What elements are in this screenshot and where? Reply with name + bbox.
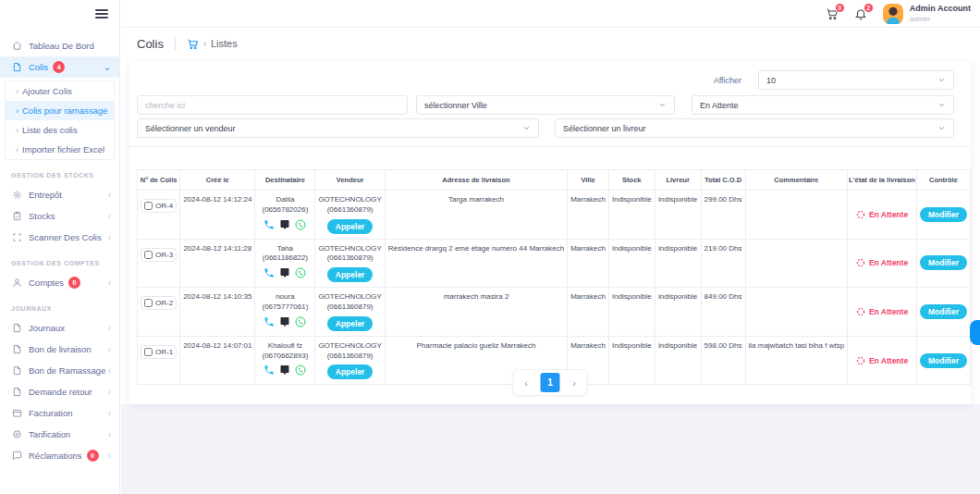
- destinataire-phone: (0670662893): [258, 352, 312, 362]
- spinner-icon: [856, 258, 865, 267]
- created-date: 2024-08-12 14:11:28: [183, 244, 251, 253]
- chevron-left-icon: ‹: [108, 388, 111, 397]
- cell-created: 2024-08-12 14:12:24: [180, 191, 255, 240]
- sidebar-item-ajouter-colis[interactable]: › Ajouter Colis: [6, 81, 114, 101]
- spinner-icon: [856, 356, 865, 365]
- sidebar-item-reclamations[interactable]: Réclamations 0 ‹: [0, 445, 119, 466]
- chevron-down-icon: [522, 124, 531, 132]
- phone-icon[interactable]: [263, 316, 275, 327]
- sidebar-item-stocks[interactable]: Stocks ‹: [0, 205, 119, 227]
- menu-toggle-icon[interactable]: [95, 7, 108, 20]
- pagination-page-1[interactable]: 1: [541, 373, 560, 392]
- avatar[interactable]: [883, 4, 903, 24]
- modifier-button[interactable]: Modifier: [920, 304, 967, 319]
- spinner-icon: [856, 210, 865, 219]
- sidebar-item-bon-de-livraison[interactable]: Bon de livraison ‹: [0, 339, 119, 360]
- row-checkbox[interactable]: [144, 299, 153, 307]
- adresse: Pharmacie palacio gueliz Marrakech: [417, 341, 536, 350]
- sms-icon[interactable]: [279, 219, 290, 230]
- phone-icon[interactable]: [263, 267, 275, 278]
- user-info[interactable]: Admin Account admin: [910, 4, 971, 23]
- cell-livreur: indisponible: [655, 288, 701, 337]
- livreur-select[interactable]: Sélectionner un livreur: [555, 118, 954, 138]
- cell-commentaire: ila majwbatch tasi biha f wtsp: [745, 336, 848, 385]
- sidebar-item-facturation[interactable]: Facturation ‹: [0, 402, 119, 424]
- sidebar-item-demande-retour[interactable]: Demande retour ‹: [0, 381, 119, 402]
- sidebar-item-liste-des-colis[interactable]: › Liste des colis: [6, 120, 114, 140]
- sidebar-item-bon-de-ramassage[interactable]: Bon de Ramassage ‹: [0, 360, 119, 381]
- row-checkbox[interactable]: [144, 202, 153, 210]
- modifier-button[interactable]: Modifier: [920, 353, 967, 368]
- colis-count-badge: 4: [53, 61, 65, 73]
- stock-status: Indisponible: [612, 292, 652, 301]
- cell-livreur: indisponible: [655, 239, 701, 288]
- per-page-select[interactable]: 10: [758, 70, 954, 90]
- sidebar-item-comptes[interactable]: Comptes 0 ‹: [0, 272, 119, 293]
- vendeur-name: GOTECHNOLOGY: [318, 244, 381, 254]
- sms-icon[interactable]: [279, 364, 290, 376]
- search-input[interactable]: [137, 95, 408, 115]
- sidebar-item-tableau-de-bord[interactable]: Tableau De Bord: [0, 35, 119, 56]
- topbar: 0 2 Admin Account admin: [121, 0, 980, 28]
- whatsapp-icon[interactable]: [295, 267, 306, 278]
- sidebar-item-label: Comptes: [29, 278, 64, 288]
- phone-icon[interactable]: [263, 219, 275, 230]
- whatsapp-icon[interactable]: [295, 219, 306, 230]
- sidebar-item-colis[interactable]: Colis 4 ⌄: [0, 56, 119, 78]
- status-select[interactable]: En Attente: [692, 95, 954, 115]
- sms-icon[interactable]: [279, 267, 290, 278]
- colis-id: OR-4: [155, 202, 173, 210]
- cart-icon[interactable]: 0: [826, 7, 839, 20]
- col-header-etat: L'état de la livraison: [848, 170, 917, 191]
- row-select-box[interactable]: OR-4: [141, 199, 177, 213]
- vendeur-select-value: Sélectionner un vendeur: [145, 124, 236, 133]
- ville: Marrakech: [570, 195, 606, 204]
- destinataire-phone: (0661186822): [258, 253, 312, 264]
- whatsapp-icon[interactable]: [295, 364, 306, 376]
- cell-id: OR-3: [138, 239, 180, 288]
- sms-icon[interactable]: [279, 316, 290, 327]
- file-icon: [12, 387, 22, 397]
- row-select-box[interactable]: OR-3: [141, 248, 177, 262]
- phone-icon[interactable]: [263, 364, 275, 376]
- vendeur-phone: (0661360879): [318, 303, 381, 313]
- whatsapp-icon[interactable]: [295, 316, 306, 327]
- modifier-button[interactable]: Modifier: [920, 207, 967, 222]
- sidebar-item-scanner-des-colis[interactable]: Scanner Des Colis ‹: [0, 227, 119, 248]
- commentaire: ila majwbatch tasi biha f wtsp: [749, 341, 845, 350]
- cell-destinataire: Khaloufi fz (0670662893): [255, 336, 315, 385]
- chevron-down-icon: [658, 101, 667, 109]
- row-checkbox[interactable]: [144, 251, 153, 259]
- row-select-box[interactable]: OR-2: [141, 296, 177, 310]
- cell-stock: Indisponible: [608, 239, 655, 288]
- cell-stock: Indisponible: [608, 336, 655, 385]
- appeler-button[interactable]: Appeler: [327, 267, 374, 282]
- appeler-button[interactable]: Appeler: [327, 316, 374, 331]
- destinataire-phone: (0675777061): [258, 303, 312, 313]
- clipboard-icon: [12, 211, 22, 221]
- pagination-next-button[interactable]: ›: [565, 373, 584, 392]
- appeler-button[interactable]: Appeler: [327, 364, 374, 379]
- livreur-status: indisponible: [658, 195, 697, 204]
- row-select-box[interactable]: OR-1: [141, 345, 177, 359]
- appeler-button[interactable]: Appeler: [327, 219, 374, 234]
- sidebar-item-colis-pour-ramassage[interactable]: › Colis pour ramassage: [6, 101, 114, 120]
- sidebar-item-entrepot[interactable]: Entrepôt ‹: [0, 184, 119, 205]
- bell-icon[interactable]: 2: [854, 7, 867, 20]
- pagination-prev-button[interactable]: ‹: [517, 373, 536, 392]
- cell-id: OR-2: [138, 288, 180, 337]
- col-header-total: Total C.O.D: [701, 170, 745, 191]
- chat-bubble-icon: [12, 451, 22, 461]
- side-panel-toggle-button[interactable]: [970, 320, 980, 345]
- ville-select[interactable]: sélectionner Ville: [416, 95, 675, 115]
- breadcrumb-divider: [175, 37, 176, 50]
- sidebar-menu: Tableau De Bord Colis 4 ⌄ › Ajouter Coli…: [0, 28, 119, 466]
- row-checkbox[interactable]: [144, 348, 153, 356]
- cell-id: OR-1: [138, 336, 180, 385]
- sidebar-item-importer-fichier-excel[interactable]: › Importer fichier Excel: [6, 140, 114, 159]
- vendeur-select[interactable]: Sélectionner un vendeur: [137, 118, 539, 138]
- modifier-button[interactable]: Modifier: [920, 255, 967, 270]
- sidebar-item-tarification[interactable]: Tarification ‹: [0, 424, 119, 445]
- sidebar-item-journaux[interactable]: Journaux ‹: [0, 317, 119, 339]
- sidebar-item-label: Tableau De Bord: [29, 41, 94, 51]
